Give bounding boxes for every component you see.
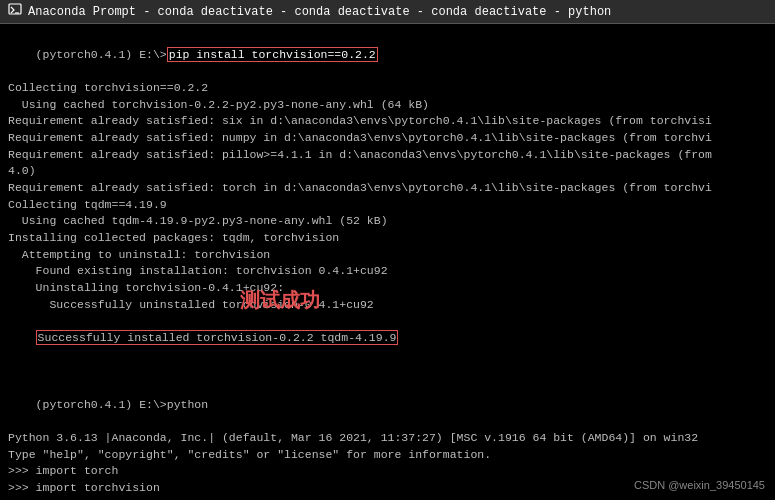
title-bar: Anaconda Prompt - conda deactivate - con…: [0, 0, 775, 24]
terminal-line: Python 3.6.13 |Anaconda, Inc.| (default,…: [8, 430, 767, 447]
terminal-line: Using cached tqdm-4.19.9-py2.py3-none-an…: [8, 213, 767, 230]
annotation-text: 测试成功: [240, 286, 320, 315]
terminal-line: (pytorch0.4.1) E:\>pip install torchvisi…: [8, 30, 767, 80]
watermark-text: CSDN @weixin_39450145: [634, 478, 765, 494]
terminal-line: Using cached torchvision-0.2.2-py2.py3-n…: [8, 97, 767, 114]
terminal-line: Requirement already satisfied: pillow>=4…: [8, 147, 767, 164]
terminal-line-success: Successfully installed torchvision-0.2.2…: [8, 313, 767, 363]
terminal-line: Collecting torchvision==0.2.2: [8, 80, 767, 97]
success-message: Successfully installed torchvision-0.2.2…: [36, 330, 399, 345]
command-highlighted: pip install torchvision==0.2.2: [167, 47, 378, 62]
prompt: (pytorch0.4.1) E:\>python: [36, 398, 209, 411]
terminal-line: (pytorch0.4.1) E:\>python: [8, 380, 767, 430]
terminal-line: Type "help", "copyright", "credits" or "…: [8, 447, 767, 464]
terminal-line: 4.0): [8, 163, 767, 180]
terminal-line: Uninstalling torchvision-0.4.1+cu92:: [8, 280, 767, 297]
terminal-line: Attempting to uninstall: torchvision: [8, 247, 767, 264]
terminal-line: Requirement already satisfied: numpy in …: [8, 130, 767, 147]
terminal-line: Found existing installation: torchvision…: [8, 263, 767, 280]
terminal-line: Successfully uninstalled torchvision-0.4…: [8, 297, 767, 314]
terminal-body: (pytorch0.4.1) E:\>pip install torchvisi…: [0, 24, 775, 500]
prompt: (pytorch0.4.1) E:\>: [36, 48, 167, 61]
terminal-line: Requirement already satisfied: six in d:…: [8, 113, 767, 130]
terminal-line: Requirement already satisfied: torch in …: [8, 180, 767, 197]
terminal-icon: [8, 3, 22, 21]
terminal-line: Collecting tqdm==4.19.9: [8, 197, 767, 214]
terminal-line: Installing collected packages: tqdm, tor…: [8, 230, 767, 247]
title-text: Anaconda Prompt - conda deactivate - con…: [28, 5, 611, 19]
terminal-line: [8, 363, 767, 380]
